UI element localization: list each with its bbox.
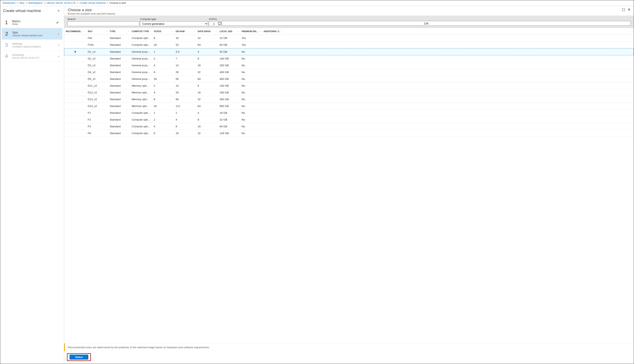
blade-title: Choose a size — [68, 8, 115, 12]
step-title: Size — [12, 31, 58, 34]
table-row[interactable]: F4StandardCompute optimiz481664 GBNo — [64, 123, 634, 130]
localssd-cell: 800 GB — [218, 76, 240, 82]
compute-type-cell: General purpose — [130, 48, 152, 55]
chevron-right-icon: › — [58, 43, 59, 47]
compute-type-cell: Compute optimiz — [130, 35, 152, 42]
vcpus-cell: 8 — [152, 96, 174, 103]
gbram-cell: 3.5 — [174, 48, 196, 55]
recommended-cell — [64, 103, 86, 110]
table-row[interactable]: D2_v2StandardGeneral purpose278100 GBNo — [64, 55, 634, 62]
localssd-cell: 800 GB — [218, 103, 240, 110]
table-row[interactable]: D12_v2StandardMemory optimize42816200 GB… — [64, 89, 634, 96]
table-row[interactable]: F2StandardCompute optimiz24832 GBNo — [64, 116, 634, 123]
size-table-wrap[interactable]: RECOMMEND...↑↓SKU↑↓TYPE↑↓COMPUTE TYPE↑↓V… — [64, 28, 634, 343]
sort-icon: ↑↓ — [172, 30, 173, 32]
vcpus-cell: 1 — [152, 110, 174, 116]
additional-cell — [262, 123, 634, 130]
table-row[interactable]: D5_v2StandardGeneral purpose165664800 GB… — [64, 76, 634, 82]
table-row[interactable]: D3_v2StandardGeneral purpose41416200 GBN… — [64, 62, 634, 69]
column-header[interactable]: LOCAL SSD↑↓ — [218, 28, 240, 35]
premium-cell: No — [240, 116, 262, 123]
table-row[interactable]: F8StandardCompute optimiz81632128 GBNo — [64, 130, 634, 137]
additional-cell — [262, 76, 634, 82]
breadcrumb-item[interactable]: New — [19, 2, 24, 4]
datadisks-cell: 64 — [196, 42, 218, 48]
column-header[interactable]: ADDITIONAL F...↑↓ — [262, 28, 634, 35]
column-header[interactable]: DATA DISKS↑↓ — [196, 28, 218, 35]
vcpus-min-input[interactable] — [209, 21, 219, 26]
additional-cell — [262, 103, 634, 110]
sort-icon: ↑↓ — [128, 30, 129, 32]
breadcrumb-item[interactable]: Create virtual machine — [80, 2, 106, 4]
premium-cell: No — [240, 69, 262, 76]
step-title: Basics — [12, 20, 56, 23]
search-input[interactable] — [67, 21, 139, 26]
type-cell: Standard — [108, 130, 130, 137]
vcpus-cell: 8 — [152, 35, 174, 42]
additional-cell — [262, 42, 634, 48]
type-cell: Standard — [108, 89, 130, 96]
premium-cell: No — [240, 96, 262, 103]
table-row[interactable]: F8sStandardCompute optimiz8163232 GBYes — [64, 35, 634, 42]
localssd-cell: 100 GB — [218, 55, 240, 62]
breadcrumb-item[interactable]: Dashboard — [3, 2, 15, 4]
sku-cell: D5_v2 — [86, 76, 108, 82]
gbram-cell: 8 — [174, 123, 196, 130]
sku-cell: D11_v2 — [86, 82, 108, 89]
additional-cell — [262, 130, 634, 137]
wizard-panel: Create virtual machine ✕ 1 Basics Done ✔… — [0, 6, 64, 364]
wizard-step-basics[interactable]: 1 Basics Done ✔ — [2, 17, 62, 28]
select-button[interactable]: Select — [70, 354, 88, 360]
datadisks-cell: 32 — [196, 96, 218, 103]
vcpus-cell: 16 — [152, 103, 174, 110]
gbram-cell: 14 — [174, 62, 196, 69]
vcpus-max-input[interactable] — [222, 21, 630, 26]
table-row[interactable]: F16sStandardCompute optimiz16326464 GBYe… — [64, 42, 634, 48]
table-row[interactable]: D13_v2StandardMemory optimize85632400 GB… — [64, 96, 634, 103]
compute-type-cell: General purpose — [130, 69, 152, 76]
table-row[interactable]: D4_v2StandardGeneral purpose82832400 GBN… — [64, 69, 634, 76]
table-row[interactable]: D14_v2StandardMemory optimize1611264800 … — [64, 103, 634, 110]
table-row[interactable]: D11_v2StandardMemory optimize2148100 GBN… — [64, 82, 634, 89]
chevron-right-icon: > — [107, 2, 108, 4]
wizard-step-size[interactable]: 2 Size Choose virtual machine size › — [2, 28, 62, 40]
column-header[interactable]: RECOMMEND...↑↓ — [64, 28, 86, 35]
step-number: 4 — [5, 53, 12, 59]
table-row[interactable]: ★D1_v2StandardGeneral purpose13.5450 GBN… — [64, 48, 634, 55]
column-header[interactable]: SKU↑↓ — [86, 28, 108, 35]
column-header[interactable]: GB RAM↑↓ — [174, 28, 196, 35]
column-header[interactable]: COMPUTE TYPE↑↓ — [130, 28, 152, 35]
column-header[interactable]: TYPE↑↓ — [108, 28, 130, 35]
step-title: Summary — [12, 53, 58, 56]
column-header[interactable]: VCPUS↑↓ — [152, 28, 174, 35]
table-row[interactable]: F1StandardCompute optimiz12416 GBNo — [64, 110, 634, 116]
premium-cell: No — [240, 62, 262, 69]
close-icon[interactable]: ✕ — [56, 8, 61, 13]
additional-cell — [262, 96, 634, 103]
compute-type-cell: Compute optimiz — [130, 130, 152, 137]
sku-cell: D4_v2 — [86, 69, 108, 76]
recommended-cell — [64, 82, 86, 89]
sku-cell: F4 — [86, 123, 108, 130]
breadcrumb-item[interactable]: Ubuntu Server 16.04 LTS — [46, 2, 76, 4]
sku-cell: F8 — [86, 130, 108, 137]
vcpus-cell: 4 — [152, 89, 174, 96]
compute-type-cell: Compute optimiz — [130, 116, 152, 123]
step-number: 3 — [5, 42, 12, 48]
premium-cell: No — [240, 55, 262, 62]
close-blade-icon[interactable]: ✕ — [627, 8, 630, 12]
type-cell: Standard — [108, 82, 130, 89]
localssd-cell: 400 GB — [218, 96, 240, 103]
slider-thumb-max[interactable] — [218, 22, 221, 25]
breadcrumb-item[interactable]: Marketplace — [28, 2, 43, 4]
datadisks-cell: 8 — [196, 82, 218, 89]
localssd-cell: 400 GB — [218, 69, 240, 76]
vcpus-label: vCPUs — [209, 18, 219, 20]
column-header[interactable]: PREMIUM DIS...↑↓ — [240, 28, 262, 35]
recommended-cell — [64, 89, 86, 96]
wizard-step-summary: 4 Summary Ubuntu Server 16.04 LTS › — [2, 51, 62, 62]
additional-cell — [262, 82, 634, 89]
compute-type-select[interactable]: Current generation — [140, 21, 208, 26]
maximize-icon[interactable] — [622, 8, 625, 11]
sort-icon: ↑↓ — [150, 30, 151, 32]
